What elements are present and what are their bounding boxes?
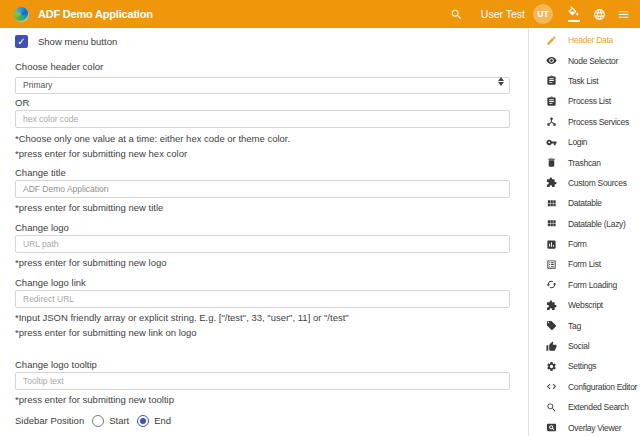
language-globe-icon[interactable] <box>593 8 606 21</box>
sidebar-item-label: Form List <box>568 259 601 269</box>
sidebar-item-label: Form <box>568 239 587 249</box>
sidebar-item-form-list[interactable]: Form List <box>529 254 640 274</box>
user-avatar[interactable]: UT <box>533 4 553 24</box>
sidebar-item-label: Custom Sources <box>568 178 627 188</box>
change-logo-label: Change logo <box>15 222 510 233</box>
sidebar-item-form-loading[interactable]: Form Loading <box>529 275 640 295</box>
sidebar-item-label: Webscript <box>568 300 603 310</box>
app-logo-icon[interactable] <box>14 7 29 22</box>
hex-color-input[interactable] <box>15 110 510 128</box>
sidebar-item-process-list[interactable]: Process List <box>529 91 640 111</box>
sidebar-item-login[interactable]: Login <box>529 132 640 152</box>
sidebar-position-end-label: End <box>154 415 171 426</box>
sidebar-item-label: Task List <box>568 76 598 86</box>
tag-icon <box>546 320 557 331</box>
sidebar-position-label: Sidebar Position <box>15 415 84 426</box>
change-logo-input[interactable] <box>15 235 510 253</box>
code-icon <box>546 381 557 392</box>
sidebar-item-node-selector[interactable]: Node Selector <box>529 50 640 70</box>
header-color-label: Choose header color <box>15 61 510 72</box>
sidebar-position-start-label: Start <box>109 415 129 426</box>
puzzle-icon <box>546 177 557 188</box>
sidebar-item-settings[interactable]: Settings <box>529 356 640 376</box>
search-icon[interactable] <box>450 8 463 21</box>
sidebar-item-extended-search[interactable]: Extended Search <box>529 397 640 417</box>
app-title: ADF Demo Application <box>38 8 153 20</box>
hint-submit-logo: *press enter for submitting new logo <box>15 257 510 268</box>
show-menu-row: ✓ Show menu button <box>15 35 510 48</box>
or-label: OR <box>15 97 510 108</box>
device-hub-icon <box>546 116 557 127</box>
grid-icon <box>546 198 557 209</box>
change-logo-tooltip-input[interactable] <box>15 372 510 390</box>
sidebar-item-overlay-viewer[interactable]: Overlay Viewer <box>529 417 640 436</box>
sidebar-item-label: Process Services <box>568 117 629 127</box>
hint-json-format: *Input JSON friendly array or explicit s… <box>15 312 510 323</box>
sidebar-item-label: Overlay Viewer <box>568 423 621 433</box>
eye-icon <box>546 55 557 66</box>
header-data-settings-panel: ✓ Show menu button Choose header color P… <box>0 28 528 436</box>
sidebar-item-header-data[interactable]: Header Data <box>529 30 640 50</box>
adf-demo-application-window: ADF Demo Application User Test UT ✓ Show… <box>0 0 640 436</box>
cached-icon <box>546 279 557 290</box>
sidebar-item-datatable[interactable]: Datatable <box>529 193 640 213</box>
color-fill-icon[interactable] <box>567 6 580 22</box>
sidebar-item-task-list[interactable]: Task List <box>529 71 640 91</box>
change-title-input[interactable] <box>15 180 510 198</box>
thumb-up-icon <box>546 341 557 352</box>
user-name: User Test <box>481 8 525 20</box>
paint-bucket-glyph <box>567 6 580 19</box>
change-title-label: Change title <box>15 167 510 178</box>
sidebar-item-label: Extended Search <box>568 402 629 412</box>
show-menu-label: Show menu button <box>38 36 117 47</box>
header-color-select[interactable]: Primary <box>15 77 510 94</box>
hint-submit-hex: *press enter for submitting new hex colo… <box>15 148 510 159</box>
poll-icon <box>546 239 557 250</box>
sidebar-item-process-services[interactable]: Process Services <box>529 112 640 132</box>
key-icon <box>546 137 557 148</box>
hamburger-menu-icon[interactable] <box>617 8 630 21</box>
sidebar-item-configuration-editor[interactable]: Configuration Editor <box>529 377 640 397</box>
sidebar-item-label: Settings <box>568 361 596 371</box>
hint-submit-link: *press enter for submitting new link on … <box>15 327 510 338</box>
sidebar-position-end-radio[interactable] <box>137 415 149 427</box>
show-menu-checkbox[interactable]: ✓ <box>15 35 28 48</box>
sidebar-item-label: Node Selector <box>568 56 618 66</box>
color-underline <box>568 20 580 22</box>
sidebar-item-label: Datatable (Lazy) <box>568 219 626 229</box>
pageview-icon <box>546 422 557 433</box>
search-icon <box>546 402 557 413</box>
sidebar-item-tag[interactable]: Tag <box>529 315 640 335</box>
sidebar-item-social[interactable]: Social <box>529 336 640 356</box>
sidebar-item-form[interactable]: Form <box>529 234 640 254</box>
sidebar-position-start-radio[interactable] <box>92 415 104 427</box>
trash-icon <box>546 157 557 168</box>
change-logo-tooltip-label: Change logo tooltip <box>15 359 510 370</box>
sidebar-item-webscript[interactable]: Webscript <box>529 295 640 315</box>
hint-one-value: *Choose only one value at a time: either… <box>15 133 510 144</box>
change-logo-link-input[interactable] <box>15 290 510 308</box>
sidebar-item-label: Datatable <box>568 198 602 208</box>
sidebar-item-datatable-lazy[interactable]: Datatable (Lazy) <box>529 214 640 234</box>
puzzle-icon <box>546 300 557 311</box>
sidebar-item-trashcan[interactable]: Trashcan <box>529 152 640 172</box>
sidebar-item-label: Form Loading <box>568 280 617 290</box>
sidebar-item-label: Tag <box>568 321 581 331</box>
sidebar-item-label: Process List <box>568 96 611 106</box>
gear-icon <box>546 361 557 372</box>
sidebar-position-row: Sidebar Position Start End <box>15 415 510 427</box>
hint-submit-tooltip: *press enter for submitting new tooltip <box>15 394 510 405</box>
sidebar-item-label: Login <box>568 137 587 147</box>
assignment-icon <box>546 96 557 107</box>
grid-icon <box>546 218 557 229</box>
sidebar-item-label: Configuration Editor <box>568 382 637 392</box>
edit-icon <box>546 35 557 46</box>
change-logo-link-label: Change logo link <box>15 277 510 288</box>
list-alt-icon <box>546 259 557 270</box>
sidebar-item-label: Header Data <box>568 35 613 45</box>
right-navigation-menu: Header DataNode SelectorTask ListProcess… <box>528 28 640 436</box>
assignment-icon <box>546 75 557 86</box>
sidebar-item-custom-sources[interactable]: Custom Sources <box>529 173 640 193</box>
sidebar-item-label: Social <box>568 341 589 351</box>
hint-submit-title: *press enter for submitting new title <box>15 202 510 213</box>
